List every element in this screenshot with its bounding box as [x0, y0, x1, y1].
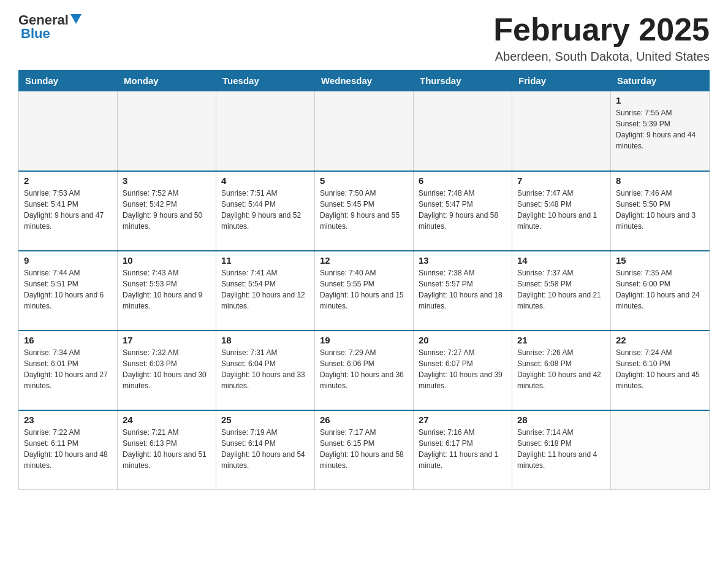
- calendar-cell: 13Sunrise: 7:38 AM Sunset: 5:57 PM Dayli…: [414, 251, 512, 331]
- calendar-cell: 23Sunrise: 7:22 AM Sunset: 6:11 PM Dayli…: [19, 410, 118, 490]
- day-number: 1: [616, 95, 704, 105]
- calendar-cell: 25Sunrise: 7:19 AM Sunset: 6:14 PM Dayli…: [216, 410, 315, 490]
- day-info: Sunrise: 7:32 AM Sunset: 6:03 PM Dayligh…: [123, 347, 211, 391]
- calendar-cell: 24Sunrise: 7:21 AM Sunset: 6:13 PM Dayli…: [118, 410, 216, 490]
- calendar-cell: 18Sunrise: 7:31 AM Sunset: 6:04 PM Dayli…: [216, 331, 315, 410]
- calendar-cell: 17Sunrise: 7:32 AM Sunset: 6:03 PM Dayli…: [118, 331, 216, 410]
- svg-marker-0: [70, 14, 82, 24]
- calendar-week-row: 1Sunrise: 7:55 AM Sunset: 5:39 PM Daylig…: [19, 91, 710, 171]
- day-number: 5: [320, 175, 408, 186]
- day-info: Sunrise: 7:50 AM Sunset: 5:45 PM Dayligh…: [320, 188, 408, 232]
- calendar-cell: 21Sunrise: 7:26 AM Sunset: 6:08 PM Dayli…: [512, 331, 611, 410]
- calendar-cell: 11Sunrise: 7:41 AM Sunset: 5:54 PM Dayli…: [216, 251, 315, 331]
- column-header-sunday: Sunday: [19, 71, 118, 91]
- location-subtitle: Aberdeen, South Dakota, United States: [493, 50, 710, 64]
- day-number: 24: [123, 415, 211, 425]
- day-info: Sunrise: 7:31 AM Sunset: 6:04 PM Dayligh…: [221, 347, 309, 391]
- calendar-cell: [315, 91, 414, 171]
- calendar-cell: [118, 91, 216, 171]
- calendar-cell: 1Sunrise: 7:55 AM Sunset: 5:39 PM Daylig…: [611, 91, 710, 171]
- day-number: 16: [24, 335, 112, 345]
- day-info: Sunrise: 7:26 AM Sunset: 6:08 PM Dayligh…: [517, 347, 605, 391]
- day-number: 14: [517, 255, 605, 266]
- calendar-cell: 16Sunrise: 7:34 AM Sunset: 6:01 PM Dayli…: [19, 331, 118, 410]
- calendar-cell: [512, 91, 611, 171]
- calendar-cell: 27Sunrise: 7:16 AM Sunset: 6:17 PM Dayli…: [414, 410, 512, 490]
- calendar-table: SundayMondayTuesdayWednesdayThursdayFrid…: [18, 70, 710, 490]
- day-info: Sunrise: 7:53 AM Sunset: 5:41 PM Dayligh…: [24, 188, 112, 232]
- day-number: 21: [517, 335, 605, 345]
- calendar-cell: 4Sunrise: 7:51 AM Sunset: 5:44 PM Daylig…: [216, 171, 315, 251]
- column-header-saturday: Saturday: [611, 71, 710, 91]
- calendar-cell: 19Sunrise: 7:29 AM Sunset: 6:06 PM Dayli…: [315, 331, 414, 410]
- calendar-cell: [414, 91, 512, 171]
- page-header: General Blue February 2025 Aberdeen, Sou…: [18, 12, 710, 64]
- day-number: 19: [320, 335, 408, 345]
- column-header-friday: Friday: [512, 71, 611, 91]
- day-number: 12: [320, 255, 408, 266]
- calendar-cell: 6Sunrise: 7:48 AM Sunset: 5:47 PM Daylig…: [414, 171, 512, 251]
- day-number: 23: [24, 415, 112, 425]
- calendar-cell: [611, 410, 710, 490]
- calendar-week-row: 2Sunrise: 7:53 AM Sunset: 5:41 PM Daylig…: [19, 171, 710, 251]
- day-info: Sunrise: 7:47 AM Sunset: 5:48 PM Dayligh…: [517, 188, 605, 232]
- calendar-cell: 7Sunrise: 7:47 AM Sunset: 5:48 PM Daylig…: [512, 171, 611, 251]
- day-number: 27: [419, 415, 507, 425]
- calendar-cell: 14Sunrise: 7:37 AM Sunset: 5:58 PM Dayli…: [512, 251, 611, 331]
- day-info: Sunrise: 7:55 AM Sunset: 5:39 PM Dayligh…: [616, 107, 704, 151]
- calendar-cell: [216, 91, 315, 171]
- calendar-cell: 22Sunrise: 7:24 AM Sunset: 6:10 PM Dayli…: [611, 331, 710, 410]
- day-info: Sunrise: 7:41 AM Sunset: 5:54 PM Dayligh…: [221, 267, 309, 312]
- day-info: Sunrise: 7:52 AM Sunset: 5:42 PM Dayligh…: [123, 188, 211, 232]
- day-number: 7: [517, 175, 605, 186]
- day-info: Sunrise: 7:27 AM Sunset: 6:07 PM Dayligh…: [419, 347, 507, 391]
- day-info: Sunrise: 7:37 AM Sunset: 5:58 PM Dayligh…: [517, 267, 605, 312]
- day-number: 8: [616, 175, 704, 186]
- logo: General Blue: [18, 12, 82, 42]
- column-header-monday: Monday: [118, 71, 216, 91]
- day-info: Sunrise: 7:21 AM Sunset: 6:13 PM Dayligh…: [123, 427, 211, 471]
- column-header-tuesday: Tuesday: [216, 71, 315, 91]
- logo-arrow-icon: [70, 14, 82, 25]
- day-number: 9: [24, 255, 112, 266]
- day-number: 13: [419, 255, 507, 266]
- day-number: 20: [419, 335, 507, 345]
- day-info: Sunrise: 7:16 AM Sunset: 6:17 PM Dayligh…: [419, 427, 507, 471]
- calendar-cell: [19, 91, 118, 171]
- calendar-week-row: 23Sunrise: 7:22 AM Sunset: 6:11 PM Dayli…: [19, 410, 710, 490]
- day-info: Sunrise: 7:34 AM Sunset: 6:01 PM Dayligh…: [24, 347, 112, 391]
- calendar-week-row: 9Sunrise: 7:44 AM Sunset: 5:51 PM Daylig…: [19, 251, 710, 331]
- day-number: 4: [221, 175, 309, 186]
- day-number: 6: [419, 175, 507, 186]
- day-number: 10: [123, 255, 211, 266]
- calendar-cell: 26Sunrise: 7:17 AM Sunset: 6:15 PM Dayli…: [315, 410, 414, 490]
- calendar-cell: 12Sunrise: 7:40 AM Sunset: 5:55 PM Dayli…: [315, 251, 414, 331]
- calendar-cell: 20Sunrise: 7:27 AM Sunset: 6:07 PM Dayli…: [414, 331, 512, 410]
- calendar-cell: 15Sunrise: 7:35 AM Sunset: 6:00 PM Dayli…: [611, 251, 710, 331]
- day-number: 15: [616, 255, 704, 266]
- day-number: 17: [123, 335, 211, 345]
- day-info: Sunrise: 7:35 AM Sunset: 6:00 PM Dayligh…: [616, 267, 704, 312]
- day-number: 26: [320, 415, 408, 425]
- day-info: Sunrise: 7:29 AM Sunset: 6:06 PM Dayligh…: [320, 347, 408, 391]
- day-info: Sunrise: 7:17 AM Sunset: 6:15 PM Dayligh…: [320, 427, 408, 471]
- day-number: 18: [221, 335, 309, 345]
- day-number: 25: [221, 415, 309, 425]
- day-info: Sunrise: 7:22 AM Sunset: 6:11 PM Dayligh…: [24, 427, 112, 471]
- logo-blue-text: Blue: [21, 26, 50, 41]
- day-info: Sunrise: 7:44 AM Sunset: 5:51 PM Dayligh…: [24, 267, 112, 312]
- day-info: Sunrise: 7:14 AM Sunset: 6:18 PM Dayligh…: [517, 427, 605, 471]
- calendar-cell: 10Sunrise: 7:43 AM Sunset: 5:53 PM Dayli…: [118, 251, 216, 331]
- day-number: 28: [517, 415, 605, 425]
- column-header-wednesday: Wednesday: [315, 71, 414, 91]
- day-info: Sunrise: 7:38 AM Sunset: 5:57 PM Dayligh…: [419, 267, 507, 312]
- month-title: February 2025: [493, 12, 710, 47]
- title-block: February 2025 Aberdeen, South Dakota, Un…: [493, 12, 710, 64]
- calendar-cell: 8Sunrise: 7:46 AM Sunset: 5:50 PM Daylig…: [611, 171, 710, 251]
- day-info: Sunrise: 7:46 AM Sunset: 5:50 PM Dayligh…: [616, 188, 704, 232]
- day-number: 2: [24, 175, 112, 186]
- column-header-thursday: Thursday: [414, 71, 512, 91]
- calendar-cell: 2Sunrise: 7:53 AM Sunset: 5:41 PM Daylig…: [19, 171, 118, 251]
- calendar-week-row: 16Sunrise: 7:34 AM Sunset: 6:01 PM Dayli…: [19, 331, 710, 410]
- day-info: Sunrise: 7:43 AM Sunset: 5:53 PM Dayligh…: [123, 267, 211, 312]
